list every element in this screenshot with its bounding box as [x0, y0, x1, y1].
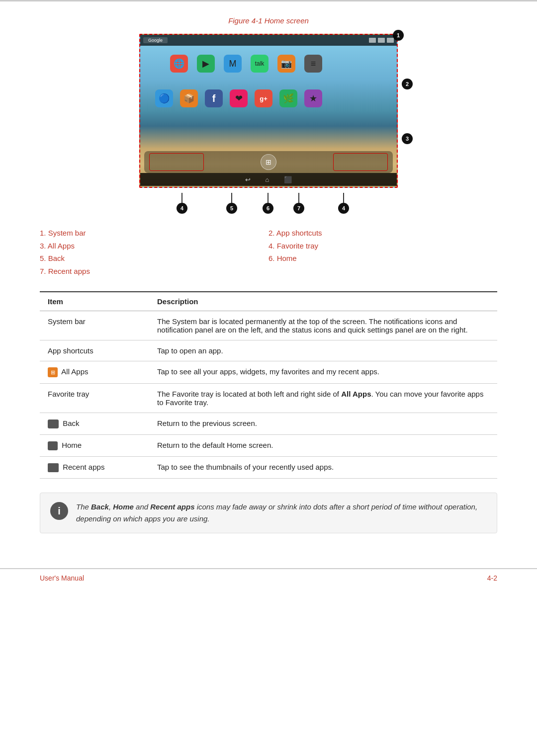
- app-icon-2-4: ❤: [230, 89, 248, 107]
- note-text: The Back, Home and Recent apps icons may…: [76, 501, 487, 525]
- app-icon-2-1: 🔵: [155, 89, 173, 107]
- arrows-container: 4 5 6 7 4: [139, 193, 398, 218]
- homescreen-container: Google 🌐 ▶ M talk 📷 ≡: [40, 34, 497, 188]
- info-table: Item Description System bar The System b…: [40, 291, 497, 479]
- app-icon-2-2: 📦: [180, 89, 198, 107]
- arrow-4-left: 4: [177, 193, 187, 214]
- app-icon-misc: ≡: [304, 55, 322, 73]
- back-icon: [48, 420, 59, 428]
- tray-left: [149, 153, 204, 171]
- all-apps-button[interactable]: ⊞: [261, 154, 276, 170]
- footer-right: 4-2: [487, 574, 497, 582]
- legend-item-3: 3. All Apps: [40, 240, 268, 252]
- app-icons-row1: 🌐 ▶ M talk 📷 ≡: [170, 55, 322, 73]
- sbar-icon-2: [378, 38, 385, 43]
- tray-right: [333, 153, 388, 171]
- legend-item-7: 7. Recent apps: [40, 265, 268, 278]
- arrow-6-line: [268, 193, 268, 203]
- app-icons-row2: 🔵 📦 f ❤ g+ 🌿 ★: [155, 89, 322, 107]
- legend-section: 1. System bar 3. All Apps 5. Back 7. Rec…: [40, 227, 497, 277]
- nav-back-icon: ↩: [245, 176, 251, 183]
- table-row-recent-apps: Recent apps Tap to see the thumbnails of…: [40, 457, 497, 479]
- nav-home-icon: ⌂: [266, 176, 269, 183]
- desc-system-bar: The System bar is located permanently at…: [149, 311, 497, 340]
- arrow-4-right: 4: [338, 193, 349, 214]
- arrow-7-line: [298, 193, 299, 203]
- table-row-app-shortcuts: App shortcuts Tap to open an app.: [40, 340, 497, 361]
- nav-recent-icon: ⬛: [284, 176, 292, 183]
- favorite-tray: ⊞: [144, 151, 393, 173]
- home-icon: [48, 441, 58, 450]
- table-row-all-apps: ⊞ All Apps Tap to see all your apps, wid…: [40, 361, 497, 384]
- table-row-back: Back Return to the previous screen.: [40, 413, 497, 435]
- arrow-5-circle: 5: [226, 203, 237, 214]
- app-icon-play: ▶: [197, 55, 215, 73]
- footer-left: User's Manual: [40, 574, 84, 582]
- arrow-5: 5: [226, 193, 237, 214]
- desc-back: Return to the previous screen.: [149, 413, 497, 435]
- item-home: Home: [40, 435, 149, 457]
- page-content: Figure 4-1 Home screen Google 🌐 ▶: [0, 1, 537, 568]
- table-row-home: Home Return to the default Home screen.: [40, 435, 497, 457]
- app-icon-2-6: 🌿: [279, 89, 297, 107]
- arrow-6: 6: [263, 193, 273, 214]
- arrow-4-left-circle: 4: [177, 203, 187, 214]
- table-row-system-bar: System bar The System bar is located per…: [40, 311, 497, 340]
- item-favorite-tray: Favorite tray: [40, 384, 149, 413]
- page-footer: User's Manual 4-2: [0, 568, 537, 587]
- item-app-shortcuts: App shortcuts: [40, 340, 149, 361]
- arrow-7-circle: 7: [293, 203, 304, 214]
- legend-item-5: 5. Back: [40, 252, 268, 265]
- app-icon-camera: 📷: [277, 55, 295, 73]
- legend-item-2: 2. App shortcuts: [268, 227, 497, 240]
- app-icon-m: M: [224, 55, 242, 73]
- figure-title: Figure 4-1 Home screen: [40, 16, 497, 25]
- callout-3: 3: [402, 133, 413, 144]
- legend-item-1: 1. System bar: [40, 227, 268, 240]
- arrow-4-right-circle: 4: [338, 203, 349, 214]
- homescreen-system-bar: Google: [140, 35, 397, 46]
- callout-2: 2: [402, 79, 413, 89]
- sbar-icon-1: [369, 38, 376, 43]
- arrow-5-line: [231, 193, 232, 203]
- app-icon-chrome: 🌐: [170, 55, 188, 73]
- desc-all-apps: Tap to see all your apps, widgets, my fa…: [149, 361, 497, 384]
- homescreen-google-search: Google: [143, 37, 168, 43]
- desc-home: Return to the default Home screen.: [149, 435, 497, 457]
- table-row-favorite-tray: Favorite tray The Favorite tray is locat…: [40, 384, 497, 413]
- homescreen-sbar-icons: [369, 38, 394, 43]
- arrow-6-circle: 6: [263, 203, 273, 214]
- col-item-header: Item: [40, 292, 149, 311]
- nav-bar: ↩ ⌂ ⬛: [140, 173, 397, 186]
- app-icon-talk: talk: [251, 55, 268, 73]
- legend-item-6: 6. Home: [268, 252, 497, 265]
- item-back: Back: [40, 413, 149, 435]
- arrow-7: 7: [293, 193, 304, 214]
- arrow-4-left-line: [181, 193, 182, 203]
- desc-recent-apps: Tap to see the thumbnails of your recent…: [149, 457, 497, 479]
- desc-favorite-tray: The Favorite tray is located at both lef…: [149, 384, 497, 413]
- col-description-header: Description: [149, 292, 497, 311]
- note-box: i The Back, Home and Recent apps icons m…: [40, 493, 497, 533]
- app-icon-google-plus: g+: [255, 89, 272, 107]
- legend-col-left: 1. System bar 3. All Apps 5. Back 7. Rec…: [40, 227, 268, 277]
- app-icon-2-7: ★: [304, 89, 322, 107]
- all-apps-icon: ⊞: [48, 367, 58, 377]
- app-icon-facebook: f: [205, 89, 223, 107]
- note-icon: i: [50, 502, 68, 520]
- item-all-apps: ⊞ All Apps: [40, 361, 149, 384]
- homescreen-image: Google 🌐 ▶ M talk 📷 ≡: [139, 34, 398, 188]
- recent-apps-icon: [48, 463, 59, 472]
- item-system-bar: System bar: [40, 311, 149, 340]
- item-recent-apps: Recent apps: [40, 457, 149, 479]
- legend-item-4: 4. Favorite tray: [268, 240, 497, 252]
- desc-app-shortcuts: Tap to open an app.: [149, 340, 497, 361]
- arrow-4-right-line: [343, 193, 344, 203]
- homescreen-outer: Google 🌐 ▶ M talk 📷 ≡: [139, 34, 398, 188]
- legend-col-right: 2. App shortcuts 4. Favorite tray 6. Hom…: [268, 227, 497, 277]
- sbar-icon-3: [387, 38, 394, 43]
